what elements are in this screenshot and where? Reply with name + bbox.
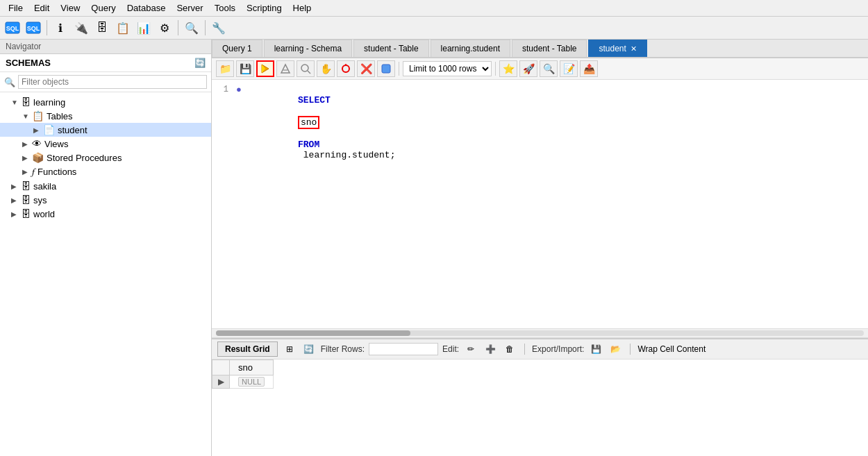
menu-tools[interactable]: Tools: [209, 1, 241, 15]
limit-rows-select[interactable]: Limit to 1000 rows Limit to 200 rows Don…: [403, 61, 492, 76]
toolbar-info-button[interactable]: ℹ: [51, 19, 70, 37]
leaf-arrow: ▶: [22, 168, 32, 176]
refresh-button[interactable]: [337, 60, 355, 77]
schema-tree: ▼ 🗄 learning ▼ 📋 Tables ▶ 📄 student: [0, 92, 211, 456]
execute-button[interactable]: [256, 60, 274, 77]
table-icon: 📄: [43, 124, 55, 135]
menu-server[interactable]: Server: [171, 1, 208, 15]
tables-group[interactable]: ▼ 📋 Tables: [0, 109, 211, 123]
toolbar-table-button[interactable]: 📊: [134, 19, 153, 37]
tab-student-table2[interactable]: student - Table: [512, 40, 587, 57]
tab-query1[interactable]: Query 1: [212, 40, 262, 57]
toolbar-sep3: [205, 20, 206, 35]
toolbar-search-button[interactable]: 🔍: [182, 19, 201, 37]
schema-icon: 🗄: [21, 208, 31, 219]
filter-rows-input[interactable]: [369, 343, 438, 355]
leaf-arrow: ▶: [22, 154, 32, 162]
schema-learning-label: learning: [33, 97, 65, 108]
views-group[interactable]: ▶ 👁 Views: [0, 137, 211, 151]
star-button[interactable]: ⭐: [499, 60, 517, 77]
cell-sno-null[interactable]: NULL: [230, 375, 274, 389]
tab-student-active[interactable]: student ✕: [588, 40, 646, 57]
refresh-result-button[interactable]: 🔄: [301, 342, 317, 356]
open-folder-button[interactable]: 📁: [216, 60, 234, 77]
editor-area[interactable]: 1 ● SELECT sno FROM learning.student;: [212, 80, 868, 328]
history-button[interactable]: 🚀: [519, 60, 537, 77]
schema-sys-label: sys: [33, 195, 47, 205]
result-toolbar: Result Grid ⊞ 🔄 Filter Rows: Edit: ✏ ➕ 🗑…: [212, 339, 868, 360]
navigator-panel: Navigator SCHEMAS 🔄 🔍 ▼ 🗄 learning ▼: [0, 40, 212, 456]
col-sno-header[interactable]: sno: [230, 360, 274, 375]
main-layout: Navigator SCHEMAS 🔄 🔍 ▼ 🗄 learning ▼: [0, 40, 868, 456]
schema-sakila-label: sakila: [33, 181, 56, 192]
h-scrollbar-thumb[interactable]: [216, 330, 410, 336]
schema-world[interactable]: ▶ 🗄 world: [0, 207, 211, 221]
tab-student-table1-label: student - Table: [364, 44, 419, 53]
schema-world-label: world: [33, 209, 55, 219]
leaf-arrow: ▶: [22, 140, 32, 148]
edit-delete-button[interactable]: 🗑: [502, 342, 517, 356]
search-query-button[interactable]: [297, 60, 315, 77]
table-row: ▶ NULL: [212, 375, 274, 389]
h-scrollbar[interactable]: [212, 328, 868, 338]
toolbar-sep2: [178, 20, 178, 35]
export-button[interactable]: 💾: [588, 342, 603, 356]
h-scrollbar-track[interactable]: [216, 330, 864, 336]
stop-button[interactable]: ✋: [317, 60, 335, 77]
tab-student-table1[interactable]: student - Table: [353, 40, 429, 57]
toolbar-prefs-button[interactable]: ⚙: [155, 19, 174, 37]
toolbar-sql1-button[interactable]: SQL: [3, 19, 22, 37]
filter-rows-label: Filter Rows:: [321, 344, 365, 354]
filter-box: 🔍: [0, 72, 211, 92]
menu-file[interactable]: File: [3, 1, 28, 15]
toolbar-schema-button[interactable]: 📋: [113, 19, 133, 37]
tab-learning-schema[interactable]: learning - Schema: [264, 40, 352, 57]
tab-learning-student[interactable]: learning.student: [431, 40, 510, 57]
menu-bar: File Edit View Query Database Server Too…: [0, 0, 868, 17]
stop-cancel-button[interactable]: ❌: [357, 60, 375, 77]
table-student[interactable]: ▶ 📄 student: [0, 123, 211, 137]
extra2-button[interactable]: 📤: [580, 60, 598, 77]
tab-close-icon[interactable]: ✕: [631, 44, 637, 53]
grid-icon-button[interactable]: ⊞: [282, 342, 297, 356]
save-button[interactable]: 💾: [236, 60, 254, 77]
schema-sakila[interactable]: ▶ 🗄 sakila: [0, 179, 211, 193]
menu-database[interactable]: Database: [122, 1, 172, 15]
tab-query1-label: Query 1: [222, 44, 252, 53]
null-badge: NULL: [238, 377, 265, 387]
search-icon: 🔍: [4, 77, 15, 87]
schemas-header: SCHEMAS 🔄: [0, 54, 211, 72]
schema-learning[interactable]: ▼ 🗄 learning: [0, 95, 211, 109]
menu-query[interactable]: Query: [85, 1, 121, 15]
toolbar-db-button[interactable]: 🗄: [92, 19, 112, 37]
edit-pencil-button[interactable]: ✏: [463, 342, 478, 356]
functions-icon: 𝑓: [32, 166, 35, 178]
line-content[interactable]: SELECT sno FROM learning.student;: [244, 85, 868, 171]
functions-group[interactable]: ▶ 𝑓 Functions: [0, 164, 211, 179]
refresh-icon[interactable]: 🔄: [194, 58, 206, 68]
explain-button[interactable]: [276, 60, 294, 77]
tables-icon: 📋: [32, 110, 44, 121]
stored-procedures-group[interactable]: ▶ 📦 Stored Procedures: [0, 151, 211, 164]
menu-view[interactable]: View: [55, 1, 85, 15]
menu-help[interactable]: Help: [287, 1, 317, 15]
toggle-button[interactable]: [377, 60, 395, 77]
query-toolbar: 📁 💾 ✋: [212, 58, 868, 80]
edit-add-button[interactable]: ➕: [483, 342, 498, 356]
result-sep2: [630, 344, 631, 355]
toolbar-extra-button[interactable]: 🔧: [209, 19, 228, 37]
views-icon: 👁: [32, 138, 42, 149]
import-button[interactable]: 📂: [608, 342, 623, 356]
toolbar-sql2-button[interactable]: SQL: [24, 19, 43, 37]
edit-label: Edit:: [442, 344, 459, 354]
result-grid-tab[interactable]: Result Grid: [217, 341, 278, 357]
schema-sys[interactable]: ▶ 🗄 sys: [0, 193, 211, 207]
menu-edit[interactable]: Edit: [28, 1, 55, 15]
schema-icon: 🗄: [21, 180, 31, 192]
filter-input[interactable]: [18, 75, 207, 89]
format-button[interactable]: 📝: [560, 60, 578, 77]
menu-scripting[interactable]: Scripting: [241, 1, 287, 15]
result-area: Result Grid ⊞ 🔄 Filter Rows: Edit: ✏ ➕ 🗑…: [212, 338, 868, 456]
toolbar-connect-button[interactable]: 🔌: [72, 19, 91, 37]
magnify-button[interactable]: 🔍: [540, 60, 558, 77]
